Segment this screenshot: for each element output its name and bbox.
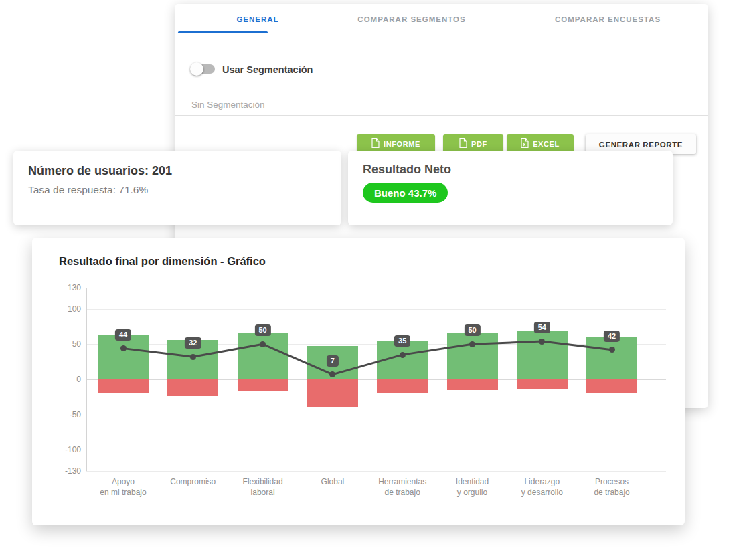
tab-general[interactable]: GENERAL bbox=[236, 15, 278, 23]
net-point bbox=[469, 341, 475, 347]
segmentation-select[interactable]: Sin Segmentación bbox=[191, 100, 265, 110]
users-count: Número de usuarios: 201 bbox=[28, 164, 172, 178]
segmentation-toggle-label: Usar Segmentación bbox=[222, 64, 313, 75]
tab-comparar-encuestas[interactable]: COMPARAR ENCUESTAS bbox=[555, 15, 661, 23]
panel-divider bbox=[175, 115, 708, 116]
generar-reporte-button-label: GENERAR REPORTE bbox=[599, 141, 683, 149]
net-value-badge: 54 bbox=[534, 322, 550, 333]
chart-title: Resultado final por dimensión - Gráfico bbox=[59, 255, 266, 268]
users-stats-card: Número de usuarios: 201 Tasa de respuest… bbox=[13, 151, 341, 225]
net-point bbox=[260, 341, 266, 347]
y-tick-label: -50 bbox=[53, 410, 81, 419]
pdf-button-label: PDF bbox=[471, 140, 487, 148]
y-tick-label: 50 bbox=[53, 339, 81, 349]
y-tick-label: 0 bbox=[53, 375, 81, 384]
net-result-title: Resultado Neto bbox=[363, 163, 451, 177]
y-tick-label: 130 bbox=[53, 283, 81, 292]
net-point bbox=[539, 339, 545, 345]
net-result-line bbox=[86, 288, 666, 471]
file-excel-icon bbox=[521, 138, 529, 149]
net-point bbox=[609, 347, 615, 353]
response-rate: Tasa de respuesta: 71.6% bbox=[28, 184, 148, 196]
tab-comparar-segmentos[interactable]: COMPARAR SEGMENTOS bbox=[357, 15, 465, 23]
net-value-badge: 44 bbox=[115, 329, 131, 341]
net-value-badge: 50 bbox=[254, 324, 270, 336]
net-point bbox=[190, 354, 196, 360]
excel-button-label: EXCEL bbox=[533, 140, 560, 148]
x-axis-label: Procesosde trabajo bbox=[568, 476, 655, 498]
file-pdf-icon bbox=[459, 138, 467, 149]
y-tick-label: -100 bbox=[53, 445, 81, 454]
file-pdf-icon bbox=[371, 138, 380, 149]
net-value-badge: 50 bbox=[464, 324, 480, 336]
net-value-badge: 35 bbox=[394, 335, 410, 347]
net-value-badge: 7 bbox=[327, 355, 339, 367]
net-value-badge: 32 bbox=[185, 337, 201, 349]
net-result-card: Resultado Neto Bueno 43.7% bbox=[348, 151, 673, 225]
net-point bbox=[400, 352, 406, 358]
toggle-knob bbox=[190, 62, 203, 76]
active-tab-indicator bbox=[178, 31, 268, 33]
y-tick-label: 100 bbox=[53, 304, 81, 314]
grid-line bbox=[86, 471, 666, 472]
net-point bbox=[120, 345, 127, 351]
net-point bbox=[329, 371, 335, 377]
net-value-badge: 42 bbox=[604, 331, 620, 342]
segmentation-toggle[interactable] bbox=[192, 64, 216, 74]
net-result-badge: Bueno 43.7% bbox=[363, 183, 448, 203]
dashboard-page: GENERAL COMPARAR SEGMENTOS COMPARAR ENCU… bbox=[0, 0, 749, 560]
y-tick-label: -130 bbox=[53, 466, 81, 476]
dimension-chart-card: Resultado final por dimensión - Gráfico … bbox=[32, 238, 685, 525]
informe-button-label: INFORME bbox=[384, 140, 420, 148]
